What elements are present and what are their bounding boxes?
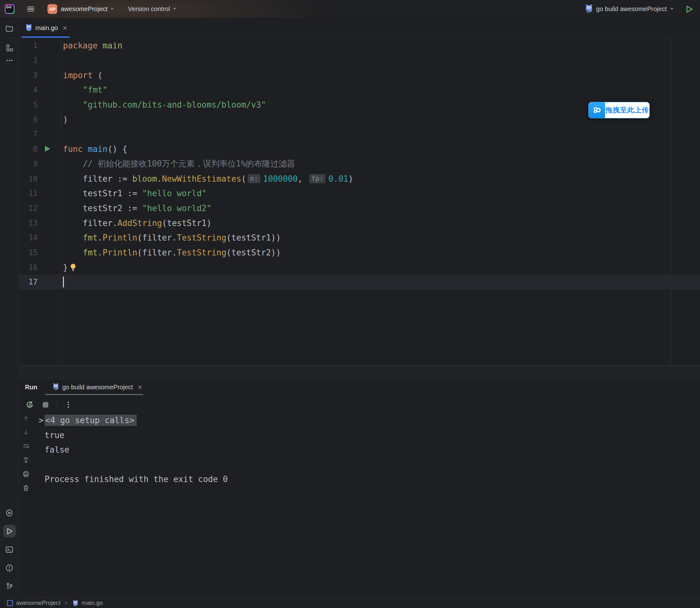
- divider: [57, 400, 57, 410]
- run-panel-header: Run go build awesomeProject ✕: [19, 379, 700, 395]
- project-selector[interactable]: awesomeProject: [61, 5, 108, 13]
- intention-bulb-icon[interactable]: [70, 263, 77, 271]
- code-text: fmt.Println(filter.TestString(testStr2)): [63, 248, 281, 257]
- structure-tool-window-icon[interactable]: [3, 41, 16, 54]
- console-line: Process finished with the exit code 0: [19, 472, 700, 487]
- editor-tab-bar: main.go ✕: [19, 18, 700, 38]
- code-line[interactable]: 2: [19, 53, 700, 68]
- code-text: }: [63, 263, 77, 272]
- code-text: // 初始化能接收100万个元素，误判率位1%的布隆过滤器: [63, 158, 295, 169]
- code-line[interactable]: 12 testStr2 := "hello world2": [19, 201, 700, 216]
- close-tab-icon[interactable]: ✕: [62, 24, 67, 32]
- code-text: filter := bloom.NewWithEstimates(n:10000…: [63, 174, 353, 184]
- code-text: package main: [63, 41, 122, 50]
- line-number: 16: [19, 263, 61, 272]
- code-line[interactable]: 10 filter := bloom.NewWithEstimates(n:10…: [19, 171, 700, 186]
- fold-chevron[interactable]: >: [39, 416, 44, 425]
- title-bar: GO AP awesomeProject Version control go …: [0, 0, 700, 18]
- gopher-file-icon: [73, 600, 78, 607]
- problems-tool-window-icon[interactable]: [3, 562, 16, 574]
- run-tab-go-build[interactable]: go build awesomeProject ✕: [53, 383, 142, 392]
- project-tool-window-icon[interactable]: [3, 22, 16, 35]
- line-number: 13: [19, 219, 61, 228]
- code-text: "github.com/bits-and-blooms/bloom/v3": [63, 100, 266, 110]
- services-tool-window-icon[interactable]: [3, 507, 16, 519]
- text-caret: [63, 277, 64, 287]
- code-line[interactable]: 16}: [19, 260, 700, 275]
- breadcrumb-separator: >: [64, 600, 68, 606]
- code-line[interactable]: 3import (: [19, 68, 700, 82]
- close-run-tab-icon[interactable]: ✕: [137, 384, 142, 391]
- code-line[interactable]: 4 "fmt": [19, 82, 700, 97]
- run-button[interactable]: [684, 4, 694, 14]
- line-number: 14: [19, 233, 61, 242]
- code-line[interactable]: 15 fmt.Println(filter.TestString(testStr…: [19, 245, 700, 260]
- line-number: 8: [19, 145, 61, 153]
- breadcrumb-project[interactable]: awesomeProject: [16, 600, 60, 606]
- tab-main-go[interactable]: main.go ✕: [19, 18, 73, 38]
- project-avatar[interactable]: AP: [47, 4, 57, 14]
- terminal-tool-window-icon[interactable]: [3, 543, 16, 556]
- code-line[interactable]: 13 filter.AddString(testStr1): [19, 215, 700, 230]
- editor-console-splitter[interactable]: [19, 366, 700, 379]
- code-text: import (: [63, 71, 102, 80]
- parameter-hint: fp:: [309, 174, 326, 183]
- main-menu-icon[interactable]: [27, 7, 34, 12]
- code-line[interactable]: 9 // 初始化能接收100万个元素，误判率位1%的布隆过滤器: [19, 157, 700, 172]
- code-text: filter.AddString(testStr1): [63, 218, 212, 228]
- git-branch-icon[interactable]: [3, 580, 16, 592]
- more-tool-windows-icon[interactable]: [3, 54, 16, 67]
- code-text: "fmt": [63, 85, 108, 95]
- code-text: [63, 277, 64, 287]
- gopher-file-icon: [25, 23, 32, 33]
- drag-upload-label: 拖拽至此上传: [605, 102, 649, 118]
- code-editor[interactable]: 1package main23import (4 "fmt"5 "github.…: [19, 38, 700, 366]
- tab-label: main.go: [35, 24, 58, 32]
- console-output[interactable]: ><4 go setup calls>truefalseProcess fini…: [19, 413, 700, 597]
- run-line-marker-icon[interactable]: [43, 145, 51, 153]
- more-options-icon[interactable]: [64, 401, 73, 409]
- active-tab-indicator: [21, 36, 70, 38]
- stop-icon[interactable]: [41, 400, 50, 409]
- goland-app-icon[interactable]: GO: [5, 4, 15, 14]
- code-line[interactable]: 7: [19, 127, 700, 142]
- line-number: 5: [19, 100, 61, 109]
- line-number: 12: [19, 204, 61, 213]
- line-number: 1: [19, 41, 61, 50]
- chevron-down-icon: [172, 6, 177, 12]
- code-text: fmt.Println(filter.TestString(testStr1)): [63, 233, 281, 243]
- console-text: false: [45, 445, 69, 455]
- line-number: 15: [19, 248, 61, 257]
- line-number: 9: [19, 159, 61, 168]
- run-configuration-selector[interactable]: go build awesomeProject: [585, 4, 675, 15]
- code-line[interactable]: 14 fmt.Println(filter.TestString(testStr…: [19, 230, 700, 245]
- line-number: 7: [19, 130, 61, 139]
- gopher-run-icon: [53, 383, 59, 392]
- line-number: 4: [19, 86, 61, 94]
- code-text: testStr2 := "hello world2": [63, 204, 212, 213]
- line-number: 10: [19, 174, 61, 183]
- run-configuration-label: go build awesomeProject: [596, 5, 667, 13]
- divider: [5, 38, 14, 38]
- line-number: 2: [19, 56, 61, 65]
- code-line[interactable]: 1package main: [19, 38, 700, 53]
- code-line[interactable]: 11 testStr1 := "hello world": [19, 186, 700, 201]
- breadcrumb-file[interactable]: main.go: [82, 600, 103, 606]
- folded-output[interactable]: <4 go setup calls>: [45, 415, 137, 426]
- module-icon: [7, 600, 13, 606]
- code-text: ): [63, 115, 68, 125]
- run-tab-label: go build awesomeProject: [62, 384, 133, 391]
- version-control-menu[interactable]: Version control: [128, 5, 170, 13]
- console-line: true: [19, 428, 700, 443]
- console-line: false: [19, 442, 700, 457]
- code-text: testStr1 := "hello world": [63, 189, 207, 198]
- line-number: 11: [19, 189, 61, 198]
- status-bar: awesomeProject > main.go: [0, 597, 700, 608]
- rerun-icon[interactable]: [25, 400, 34, 409]
- line-number: 17: [19, 278, 61, 286]
- run-tool-window-icon[interactable]: [3, 525, 16, 537]
- code-line[interactable]: 17: [19, 275, 700, 290]
- code-line[interactable]: 8func main() {: [19, 142, 700, 157]
- drag-upload-button[interactable]: 拖拽至此上传: [588, 102, 650, 118]
- gopher-run-icon: [585, 4, 593, 15]
